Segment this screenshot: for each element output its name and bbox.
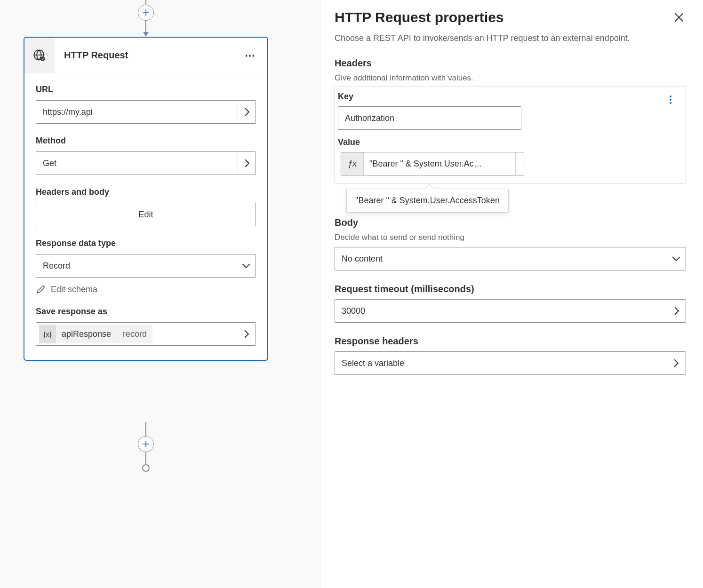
flow-end-icon — [142, 464, 150, 472]
header-item-menu[interactable] — [662, 92, 679, 104]
url-label: URL — [36, 85, 256, 95]
response-headers-placeholder: Select a variable — [335, 358, 667, 368]
variable-icon: {x} — [39, 325, 56, 343]
add-node-button-bottom[interactable] — [138, 436, 154, 452]
response-type-select[interactable]: Record — [36, 254, 256, 278]
close-button[interactable] — [672, 10, 686, 24]
panel-description: Choose a REST API to invoke/sends an HTT… — [335, 32, 686, 45]
variable-type: record — [117, 329, 152, 339]
add-node-button-top[interactable] — [138, 5, 154, 21]
fx-icon: ƒx — [341, 152, 364, 175]
header-value-formula[interactable]: ƒx "Bearer " & System.User.Ac… — [341, 152, 524, 175]
method-value: Get — [36, 159, 238, 168]
timeout-section: Request timeout (milliseconds) — [335, 284, 686, 323]
flow-connector-top — [144, 0, 148, 37]
variable-name: apiResponse — [56, 329, 117, 339]
save-as-field: Save response as {x} apiResponse record — [36, 307, 256, 346]
timeout-input[interactable] — [335, 306, 667, 316]
node-body: URL Method Get — [24, 73, 267, 360]
edit-schema-text: Edit schema — [51, 285, 97, 294]
headers-body-field: Headers and body Edit — [36, 187, 256, 226]
response-type-field: Response data type Record Edit schema — [36, 238, 256, 294]
tooltip-text: "Bearer " & System.User.AccessToken — [355, 196, 500, 205]
pencil-icon — [36, 284, 46, 294]
response-headers-section: Response headers Select a variable — [335, 336, 686, 375]
headers-body-label: Headers and body — [36, 187, 256, 197]
response-headers-select[interactable]: Select a variable — [335, 351, 686, 375]
save-as-label: Save response as — [36, 307, 256, 317]
node-header: HTTP Request ⋯ — [24, 38, 267, 73]
formula-tooltip: "Bearer " & System.User.AccessToken — [346, 189, 509, 213]
timeout-input-row[interactable] — [335, 299, 686, 323]
body-hint: Decide what to send or send nothing — [335, 233, 686, 242]
header-key-input[interactable] — [338, 106, 521, 130]
http-request-node[interactable]: HTTP Request ⋯ URL Method Get — [24, 37, 268, 361]
canvas-area: HTTP Request ⋯ URL Method Get — [0, 0, 320, 588]
node-more-button[interactable]: ⋯ — [233, 49, 267, 62]
url-field: URL — [36, 85, 256, 124]
save-as-expand-button[interactable] — [238, 330, 256, 338]
response-headers-title: Response headers — [335, 336, 686, 347]
header-value-label: Value — [338, 137, 679, 147]
header-value-text: "Bearer " & System.User.Ac… — [364, 152, 515, 175]
arrow-down-icon — [143, 32, 149, 37]
headers-section: Headers Give additional information with… — [335, 58, 686, 183]
body-value: No content — [335, 254, 667, 264]
save-as-row[interactable]: {x} apiResponse record — [36, 322, 256, 346]
properties-panel: HTTP Request properties Choose a REST AP… — [320, 0, 703, 588]
url-input[interactable] — [36, 107, 238, 117]
headers-title: Headers — [335, 58, 686, 69]
node-title: HTTP Request — [55, 50, 233, 61]
url-expand-button[interactable] — [238, 101, 256, 123]
header-item-card: Key Value ƒx "Bearer " & System.User.Ac…… — [335, 87, 686, 183]
response-type-label: Response data type — [36, 238, 256, 248]
edit-headers-button[interactable]: Edit — [36, 203, 256, 226]
method-input-row[interactable]: Get — [36, 151, 256, 175]
header-key-label: Key — [338, 92, 662, 102]
chevron-down-icon — [237, 263, 256, 269]
response-headers-expand-button[interactable] — [667, 352, 686, 374]
panel-title: HTTP Request properties — [335, 9, 504, 25]
method-label: Method — [36, 136, 256, 146]
body-select[interactable]: No content — [335, 247, 686, 270]
response-type-value: Record — [36, 261, 237, 271]
chevron-down-icon — [667, 256, 686, 262]
body-section: Body Decide what to send or send nothing… — [335, 217, 686, 270]
vertical-dots-icon — [670, 95, 671, 104]
headers-hint: Give additional information with values. — [335, 73, 686, 83]
variable-chip[interactable]: {x} apiResponse record — [39, 325, 152, 343]
timeout-expand-button[interactable] — [667, 300, 686, 322]
method-field: Method Get — [36, 136, 256, 175]
flow-connector-bottom — [144, 422, 148, 478]
url-input-row[interactable] — [36, 100, 256, 124]
edit-schema-link[interactable]: Edit schema — [36, 284, 256, 294]
http-icon — [24, 38, 55, 73]
method-expand-button[interactable] — [238, 152, 256, 175]
body-title: Body — [335, 217, 686, 228]
timeout-title: Request timeout (milliseconds) — [335, 284, 686, 294]
